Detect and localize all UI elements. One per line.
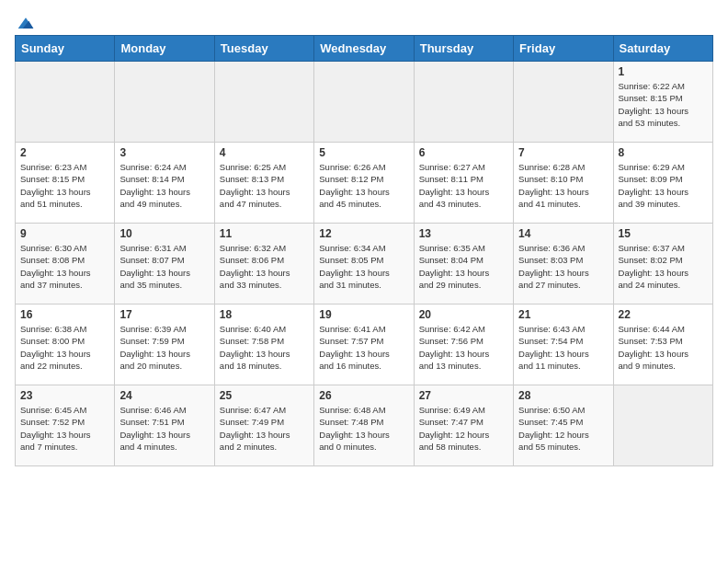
day-info: Sunrise: 6:26 AM Sunset: 8:12 PM Dayligh… xyxy=(319,161,408,210)
calendar-cell: 27Sunrise: 6:49 AM Sunset: 7:47 PM Dayli… xyxy=(414,385,513,466)
calendar-cell xyxy=(115,62,214,143)
calendar-cell xyxy=(16,62,115,143)
day-number: 9 xyxy=(20,227,109,240)
day-number: 21 xyxy=(518,308,608,321)
calendar-cell: 16Sunrise: 6:38 AM Sunset: 8:00 PM Dayli… xyxy=(16,304,115,385)
calendar-cell: 20Sunrise: 6:42 AM Sunset: 7:56 PM Dayli… xyxy=(414,304,513,385)
weekday-header-tuesday: Tuesday xyxy=(214,36,313,62)
calendar-cell: 13Sunrise: 6:35 AM Sunset: 8:04 PM Dayli… xyxy=(414,224,513,304)
day-number: 12 xyxy=(319,227,408,240)
weekday-header-wednesday: Wednesday xyxy=(314,36,414,62)
day-number: 19 xyxy=(319,308,408,321)
calendar-cell xyxy=(414,62,513,143)
day-info: Sunrise: 6:44 AM Sunset: 7:53 PM Dayligh… xyxy=(619,323,708,372)
calendar-cell: 18Sunrise: 6:40 AM Sunset: 7:58 PM Dayli… xyxy=(214,304,313,385)
calendar-week-3: 9Sunrise: 6:30 AM Sunset: 8:08 PM Daylig… xyxy=(16,224,713,304)
day-number: 27 xyxy=(419,389,508,402)
day-info: Sunrise: 6:47 AM Sunset: 7:49 PM Dayligh… xyxy=(220,404,309,453)
day-number: 14 xyxy=(518,227,608,240)
day-info: Sunrise: 6:46 AM Sunset: 7:51 PM Dayligh… xyxy=(119,404,209,453)
calendar-week-5: 23Sunrise: 6:45 AM Sunset: 7:52 PM Dayli… xyxy=(16,385,713,466)
day-number: 17 xyxy=(119,308,209,321)
day-number: 1 xyxy=(619,65,708,78)
day-number: 16 xyxy=(20,308,109,321)
day-info: Sunrise: 6:27 AM Sunset: 8:11 PM Dayligh… xyxy=(419,161,508,210)
weekday-header-saturday: Saturday xyxy=(613,36,712,62)
day-number: 24 xyxy=(119,389,209,402)
day-number: 28 xyxy=(518,389,608,402)
day-info: Sunrise: 6:36 AM Sunset: 8:03 PM Dayligh… xyxy=(518,242,608,291)
calendar-cell: 25Sunrise: 6:47 AM Sunset: 7:49 PM Dayli… xyxy=(214,385,313,466)
calendar-cell: 22Sunrise: 6:44 AM Sunset: 7:53 PM Dayli… xyxy=(613,304,712,385)
calendar-cell: 12Sunrise: 6:34 AM Sunset: 8:05 PM Dayli… xyxy=(314,224,414,304)
day-info: Sunrise: 6:31 AM Sunset: 8:07 PM Dayligh… xyxy=(119,242,209,291)
day-info: Sunrise: 6:37 AM Sunset: 8:02 PM Dayligh… xyxy=(619,242,708,291)
day-number: 23 xyxy=(20,389,109,402)
day-info: Sunrise: 6:32 AM Sunset: 8:06 PM Dayligh… xyxy=(220,242,309,291)
calendar-week-2: 2Sunrise: 6:23 AM Sunset: 8:15 PM Daylig… xyxy=(16,143,713,224)
calendar-cell xyxy=(613,385,712,466)
calendar-cell: 17Sunrise: 6:39 AM Sunset: 7:59 PM Dayli… xyxy=(115,304,214,385)
weekday-header-monday: Monday xyxy=(115,36,214,62)
calendar-cell: 6Sunrise: 6:27 AM Sunset: 8:11 PM Daylig… xyxy=(414,143,513,224)
day-info: Sunrise: 6:48 AM Sunset: 7:48 PM Dayligh… xyxy=(319,404,408,453)
day-number: 18 xyxy=(220,308,309,321)
day-number: 3 xyxy=(119,146,209,159)
day-number: 10 xyxy=(119,227,209,240)
calendar-week-1: 1Sunrise: 6:22 AM Sunset: 8:15 PM Daylig… xyxy=(16,62,713,143)
day-number: 11 xyxy=(220,227,309,240)
day-number: 4 xyxy=(220,146,309,159)
page-header xyxy=(15,15,713,28)
weekday-header-row: SundayMondayTuesdayWednesdayThursdayFrid… xyxy=(16,36,713,62)
day-number: 7 xyxy=(518,146,608,159)
day-number: 20 xyxy=(419,308,508,321)
calendar-cell xyxy=(314,62,414,143)
day-number: 13 xyxy=(419,227,508,240)
day-info: Sunrise: 6:29 AM Sunset: 8:09 PM Dayligh… xyxy=(619,161,708,210)
calendar-cell: 8Sunrise: 6:29 AM Sunset: 8:09 PM Daylig… xyxy=(613,143,712,224)
day-number: 8 xyxy=(619,146,708,159)
day-number: 26 xyxy=(319,389,408,402)
day-info: Sunrise: 6:24 AM Sunset: 8:14 PM Dayligh… xyxy=(119,161,209,210)
calendar-cell: 5Sunrise: 6:26 AM Sunset: 8:12 PM Daylig… xyxy=(314,143,414,224)
calendar-cell: 10Sunrise: 6:31 AM Sunset: 8:07 PM Dayli… xyxy=(115,224,214,304)
weekday-header-sunday: Sunday xyxy=(16,36,115,62)
logo-icon xyxy=(17,15,35,33)
logo xyxy=(15,15,35,28)
calendar-cell: 9Sunrise: 6:30 AM Sunset: 8:08 PM Daylig… xyxy=(16,224,115,304)
calendar-week-4: 16Sunrise: 6:38 AM Sunset: 8:00 PM Dayli… xyxy=(16,304,713,385)
day-info: Sunrise: 6:34 AM Sunset: 8:05 PM Dayligh… xyxy=(319,242,408,291)
calendar-cell: 19Sunrise: 6:41 AM Sunset: 7:57 PM Dayli… xyxy=(314,304,414,385)
day-number: 25 xyxy=(220,389,309,402)
day-info: Sunrise: 6:25 AM Sunset: 8:13 PM Dayligh… xyxy=(220,161,309,210)
calendar-cell: 14Sunrise: 6:36 AM Sunset: 8:03 PM Dayli… xyxy=(514,224,613,304)
calendar-cell: 26Sunrise: 6:48 AM Sunset: 7:48 PM Dayli… xyxy=(314,385,414,466)
calendar-cell: 21Sunrise: 6:43 AM Sunset: 7:54 PM Dayli… xyxy=(514,304,613,385)
day-info: Sunrise: 6:23 AM Sunset: 8:15 PM Dayligh… xyxy=(20,161,109,210)
day-info: Sunrise: 6:49 AM Sunset: 7:47 PM Dayligh… xyxy=(419,404,508,453)
calendar-cell: 2Sunrise: 6:23 AM Sunset: 8:15 PM Daylig… xyxy=(16,143,115,224)
day-number: 2 xyxy=(20,146,109,159)
day-number: 5 xyxy=(319,146,408,159)
day-info: Sunrise: 6:45 AM Sunset: 7:52 PM Dayligh… xyxy=(20,404,109,453)
day-info: Sunrise: 6:35 AM Sunset: 8:04 PM Dayligh… xyxy=(419,242,508,291)
day-info: Sunrise: 6:22 AM Sunset: 8:15 PM Dayligh… xyxy=(619,80,708,129)
calendar-cell: 23Sunrise: 6:45 AM Sunset: 7:52 PM Dayli… xyxy=(16,385,115,466)
day-info: Sunrise: 6:50 AM Sunset: 7:45 PM Dayligh… xyxy=(518,404,608,453)
day-number: 22 xyxy=(619,308,708,321)
day-info: Sunrise: 6:39 AM Sunset: 7:59 PM Dayligh… xyxy=(119,323,209,372)
calendar-cell: 24Sunrise: 6:46 AM Sunset: 7:51 PM Dayli… xyxy=(115,385,214,466)
day-info: Sunrise: 6:41 AM Sunset: 7:57 PM Dayligh… xyxy=(319,323,408,372)
weekday-header-friday: Friday xyxy=(514,36,613,62)
calendar-cell xyxy=(514,62,613,143)
weekday-header-thursday: Thursday xyxy=(414,36,513,62)
calendar-table: SundayMondayTuesdayWednesdayThursdayFrid… xyxy=(15,35,713,466)
day-info: Sunrise: 6:42 AM Sunset: 7:56 PM Dayligh… xyxy=(419,323,508,372)
day-info: Sunrise: 6:43 AM Sunset: 7:54 PM Dayligh… xyxy=(518,323,608,372)
calendar-cell: 3Sunrise: 6:24 AM Sunset: 8:14 PM Daylig… xyxy=(115,143,214,224)
calendar-cell: 28Sunrise: 6:50 AM Sunset: 7:45 PM Dayli… xyxy=(514,385,613,466)
calendar-cell: 4Sunrise: 6:25 AM Sunset: 8:13 PM Daylig… xyxy=(214,143,313,224)
day-info: Sunrise: 6:40 AM Sunset: 7:58 PM Dayligh… xyxy=(220,323,309,372)
calendar-cell: 11Sunrise: 6:32 AM Sunset: 8:06 PM Dayli… xyxy=(214,224,313,304)
day-number: 6 xyxy=(419,146,508,159)
